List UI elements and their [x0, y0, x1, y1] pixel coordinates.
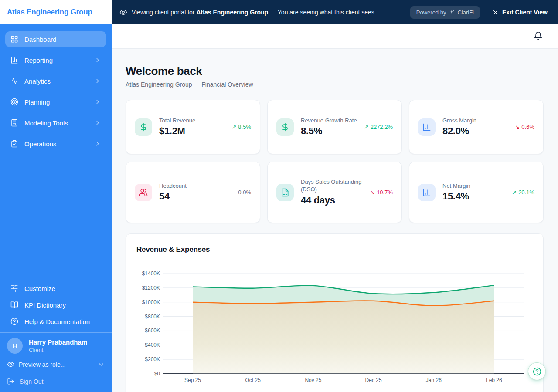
trend-arrow-icon: ↗	[231, 124, 236, 130]
sidebar-item-label: KPI Dictionary	[24, 301, 66, 309]
sidebar-item-analytics[interactable]: Analytics	[5, 73, 106, 89]
svg-text:$0: $0	[154, 371, 160, 377]
notifications-button[interactable]	[533, 31, 543, 42]
trend-arrow-icon: ↗	[512, 189, 517, 196]
sidebar-item-kpi-dictionary[interactable]: KPI Dictionary	[5, 297, 106, 313]
kpi-trend: 0.0%	[233, 189, 251, 196]
svg-text:Dec 25: Dec 25	[365, 377, 382, 383]
sidebar-item-label: Modeling Tools	[24, 119, 68, 127]
trend-arrow-icon: ↘	[515, 124, 520, 130]
sidebar-item-modeling-tools[interactable]: Modeling Tools	[5, 115, 106, 131]
chart-title: Revenue & Expenses	[136, 245, 533, 254]
target-icon	[10, 98, 18, 106]
client-name: Atlas Engineering Group	[196, 9, 268, 16]
layout-grid-icon	[10, 35, 18, 43]
users-icon	[135, 184, 152, 201]
kpi-label: Headcount	[159, 182, 187, 190]
sign-out-button[interactable]: Sign Out	[7, 378, 105, 385]
sidebar-item-help-documentation[interactable]: Help & Documentation	[5, 314, 106, 329]
kpi-trend: ↗2272.2%	[361, 124, 393, 130]
help-circle-icon	[533, 367, 541, 376]
svg-text:$1400K: $1400K	[142, 270, 160, 277]
svg-text:Jan 26: Jan 26	[426, 377, 442, 383]
chevron-right-icon	[94, 78, 101, 84]
sidebar-item-label: Operations	[24, 140, 56, 148]
primary-nav: Dashboard Reporting Analytics Planning M…	[0, 24, 112, 152]
sidebar: Atlas Engineering Group Dashboard Report…	[0, 0, 112, 392]
kpi-grid: Total Revenue$1.2M ↗8.5% Revenue Growth …	[126, 100, 544, 223]
svg-text:Nov 25: Nov 25	[305, 377, 321, 383]
powered-by-label: Powered by	[416, 9, 446, 16]
sidebar-item-dashboard[interactable]: Dashboard	[5, 31, 106, 47]
trend-arrow-icon: ↘	[370, 189, 375, 196]
sidebar-spacer	[0, 152, 112, 277]
sparkles-icon	[449, 9, 455, 15]
kpi-card-headcount: Headcount54 0.0%	[126, 162, 260, 223]
sidebar-item-label: Planning	[24, 98, 50, 106]
kpi-label: Days Sales Outstanding (DSO)	[301, 179, 367, 193]
logo[interactable]: Atlas Engineering Group	[0, 0, 112, 24]
sidebar-item-label: Reporting	[24, 57, 53, 64]
kpi-label: Total Revenue	[159, 117, 195, 125]
sign-out-label: Sign Out	[20, 378, 43, 385]
log-out-icon	[7, 378, 14, 385]
sidebar-item-reporting[interactable]: Reporting	[5, 52, 106, 68]
eye-icon	[7, 361, 14, 368]
book-open-icon	[10, 301, 18, 309]
powered-by-badge[interactable]: Powered by ClariFi	[410, 6, 480, 19]
client-view-banner: Viewing client portal for Atlas Engineer…	[112, 0, 558, 24]
file-spreadsheet-icon	[276, 184, 294, 201]
svg-text:$400K: $400K	[145, 342, 160, 348]
calculator-icon	[10, 119, 18, 127]
chevron-right-icon	[94, 98, 101, 105]
clipboard-check-icon	[10, 140, 18, 148]
kpi-value: 15.4%	[442, 191, 470, 202]
sidebar-item-customize[interactable]: Customize	[5, 280, 106, 296]
chevron-right-icon	[94, 140, 101, 147]
svg-text:$600K: $600K	[145, 328, 160, 334]
sidebar-item-planning[interactable]: Planning	[5, 94, 106, 110]
sidebar-item-label: Dashboard	[24, 36, 56, 43]
bar-chart-icon	[10, 56, 18, 64]
brand-name: ClariFi	[457, 9, 474, 16]
help-button[interactable]	[528, 362, 546, 380]
eye-icon	[119, 8, 127, 16]
sidebar-item-operations[interactable]: Operations	[5, 136, 106, 152]
svg-text:$1200K: $1200K	[142, 285, 160, 291]
revenue-expenses-chart: $1400K$1200K$1000K$800K$600K$400K$200K$0…	[136, 266, 534, 387]
kpi-value: $1.2M	[159, 125, 195, 137]
svg-text:$800K: $800K	[145, 314, 160, 320]
preview-as-role-select[interactable]: Preview as role...	[7, 361, 105, 368]
exit-client-view-button[interactable]: Exit Client View	[492, 9, 548, 16]
chevron-right-icon	[94, 57, 101, 64]
user-section: H Harry Prabandham Client Preview as rol…	[0, 332, 112, 392]
avatar: H	[7, 338, 23, 354]
sidebar-item-label: Help & Documentation	[24, 318, 90, 325]
client-view-message: Viewing client portal for Atlas Engineer…	[132, 9, 376, 16]
kpi-card-net-margin: Net Margin15.4% ↗20.1%	[409, 162, 544, 223]
bell-icon	[534, 31, 543, 41]
preview-as-role-label: Preview as role...	[19, 361, 65, 368]
help-circle-icon	[10, 318, 18, 325]
kpi-card-total-revenue: Total Revenue$1.2M ↗8.5%	[126, 100, 260, 154]
kpi-trend: ↗8.5%	[228, 124, 251, 130]
kpi-label: Revenue Growth Rate	[301, 117, 357, 125]
bar-chart-icon	[418, 118, 436, 136]
bar-chart-icon	[418, 184, 436, 201]
chevron-down-icon	[98, 361, 105, 368]
revenue-expenses-chart-card: Revenue & Expenses $1400K$1200K$1000K$80…	[126, 233, 544, 392]
dollar-sign-icon	[276, 118, 294, 136]
logo-text: Atlas Engineering Group	[7, 8, 92, 17]
trend-arrow-icon: ↗	[364, 124, 369, 130]
chevron-right-icon	[94, 119, 101, 126]
svg-text:Feb 26: Feb 26	[486, 377, 502, 383]
page-subtitle: Atlas Engineering Group — Financial Over…	[126, 81, 544, 88]
user-row: H Harry Prabandham Client	[7, 338, 105, 354]
sliders-icon	[10, 284, 18, 292]
sidebar-item-label: Analytics	[24, 78, 51, 85]
secondary-nav: Customize KPI Dictionary Help & Document…	[0, 277, 112, 332]
kpi-value: 82.0%	[442, 125, 476, 137]
svg-text:$200K: $200K	[145, 356, 160, 362]
user-role: Client	[29, 347, 87, 353]
kpi-card-revenue-growth-rate: Revenue Growth Rate8.5% ↗2272.2%	[267, 100, 402, 154]
